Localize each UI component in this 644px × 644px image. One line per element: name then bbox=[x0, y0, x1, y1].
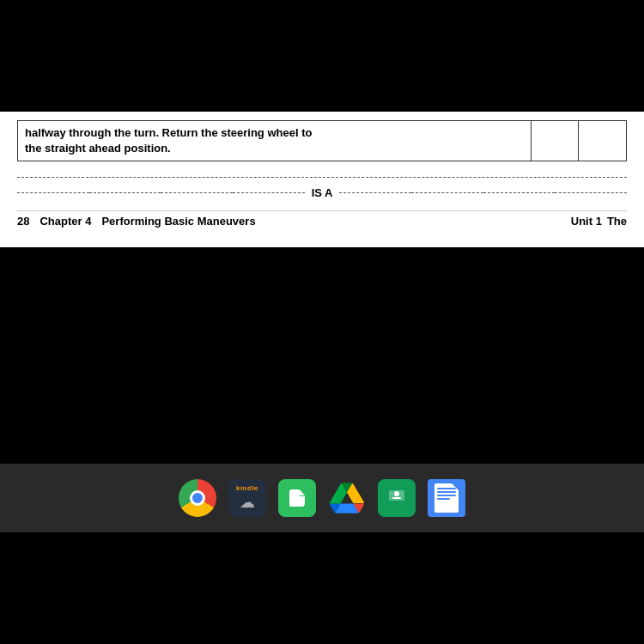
svg-rect-3 bbox=[392, 497, 401, 499]
is-a-line: IS A bbox=[17, 186, 627, 199]
line-segment-right3 bbox=[483, 192, 556, 193]
chapter-title: Performing Basic Maneuvers bbox=[101, 215, 255, 228]
evernote-icon-button[interactable] bbox=[276, 477, 318, 519]
evernote-icon bbox=[278, 479, 316, 517]
line-segment-left bbox=[17, 192, 89, 193]
docs-line-3 bbox=[437, 495, 456, 496]
document-page: halfway through the turn. Return the ste… bbox=[0, 112, 644, 247]
table-cell-text: halfway through the turn. Return the ste… bbox=[18, 121, 532, 161]
document-content: halfway through the turn. Return the ste… bbox=[0, 112, 644, 247]
line-segment-right2 bbox=[411, 192, 483, 193]
docs-inner bbox=[434, 483, 459, 513]
unit-label: Unit 1 bbox=[571, 215, 602, 228]
chrome-icon bbox=[179, 479, 216, 517]
drive-icon bbox=[330, 483, 364, 513]
page-footer: 28 Chapter 4 Performing Basic Maneuvers … bbox=[17, 210, 627, 234]
line-segment-left2 bbox=[89, 192, 161, 193]
docs-line-2 bbox=[437, 491, 456, 493]
docs-line-4 bbox=[437, 498, 450, 500]
chapter-label: Chapter 4 bbox=[39, 215, 91, 228]
line-segment-left3 bbox=[161, 192, 233, 193]
kindle-icon-button[interactable]: kindle ☁ bbox=[227, 477, 268, 519]
docs-line-1 bbox=[437, 488, 456, 489]
evernote-svg bbox=[285, 486, 309, 510]
drive-icon-button[interactable] bbox=[326, 477, 368, 519]
docs-icon-button[interactable] bbox=[426, 477, 467, 519]
line-segment-right4 bbox=[555, 192, 627, 193]
fill-in-lines: IS A bbox=[17, 161, 627, 210]
dashed-line-1 bbox=[17, 177, 627, 178]
kindle-icon: kindle ☁ bbox=[228, 479, 266, 517]
svg-point-2 bbox=[394, 491, 399, 496]
chrome-inner-circle bbox=[190, 490, 205, 506]
unit-the: The bbox=[607, 215, 627, 228]
docs-icon bbox=[428, 479, 465, 517]
svg-rect-5 bbox=[395, 503, 398, 507]
kindle-cloud-icon: ☁ bbox=[240, 493, 255, 512]
classroom-icon bbox=[378, 479, 416, 517]
line-segment-left4 bbox=[233, 192, 305, 193]
line-segment-right1 bbox=[339, 192, 411, 193]
kindle-label: kindle bbox=[236, 484, 258, 492]
is-a-text: IS A bbox=[305, 186, 340, 199]
classroom-svg bbox=[385, 486, 409, 510]
table-cell-col1 bbox=[532, 121, 579, 161]
top-black-area bbox=[0, 0, 644, 112]
table-cell-col2 bbox=[579, 121, 626, 161]
taskbar: kindle ☁ bbox=[0, 464, 644, 532]
footer-left: 28 Chapter 4 Performing Basic Maneuvers bbox=[17, 215, 256, 228]
page-number: 28 bbox=[17, 215, 29, 228]
table-row: halfway through the turn. Return the ste… bbox=[17, 120, 627, 161]
footer-right: Unit 1 The bbox=[571, 215, 627, 228]
chrome-icon-button[interactable] bbox=[177, 477, 218, 519]
classroom-icon-button[interactable] bbox=[376, 477, 417, 519]
